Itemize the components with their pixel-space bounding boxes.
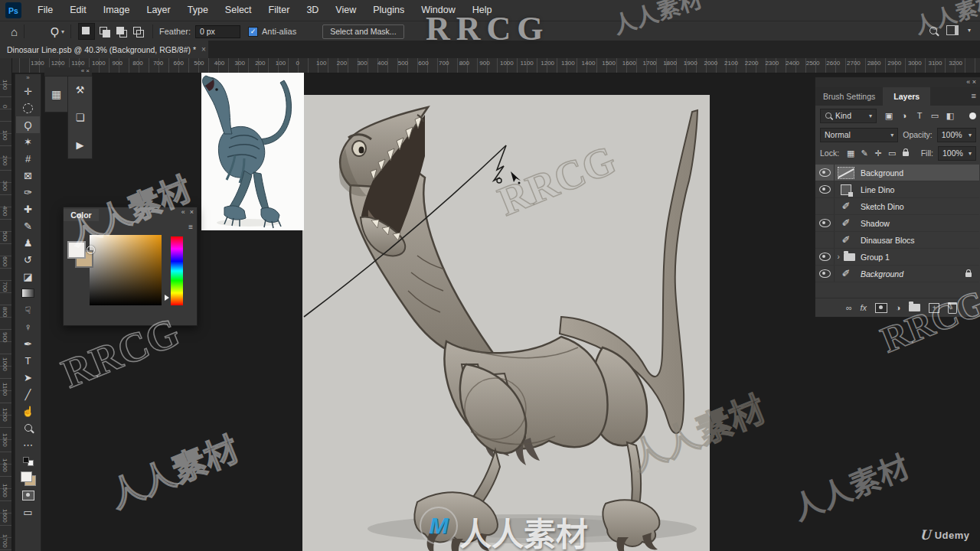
new-layer-icon[interactable]: + — [929, 303, 939, 313]
anti-alias-checkbox[interactable]: ✓ — [248, 27, 258, 37]
menu-view[interactable]: View — [327, 0, 364, 21]
menu-select[interactable]: Select — [217, 0, 260, 21]
edit-toolbar[interactable]: ⋯ — [16, 436, 40, 453]
filter-pixel-layers-icon[interactable]: ▣ — [881, 111, 897, 121]
zoom-tool[interactable] — [16, 419, 40, 436]
screen-mode[interactable]: ▭ — [16, 504, 40, 520]
lasso-tool[interactable]: Ϙ — [16, 116, 40, 133]
feather-input[interactable]: 0 px — [195, 25, 240, 38]
blend-mode-dropdown[interactable]: Normal ▾ — [820, 128, 898, 142]
path-selection-tool[interactable]: ➤ — [16, 369, 40, 386]
eraser-tool[interactable]: ◪ — [16, 268, 40, 285]
layer-row-sketch-dino[interactable]: ✐Sketch Dino — [815, 198, 979, 215]
layer-row-background[interactable]: ✐Background — [815, 266, 979, 282]
visibility-toggle[interactable] — [815, 266, 835, 282]
ruler-horizontal[interactable]: 1300120011001000900800700600500400300200… — [0, 58, 980, 73]
type-tool[interactable]: T — [16, 352, 40, 369]
crop-tool[interactable]: # — [16, 150, 40, 167]
lock-pixels-icon[interactable]: ✎ — [858, 148, 871, 158]
layer-thumbnail[interactable]: ✐ — [835, 201, 858, 212]
default-swatches[interactable] — [16, 453, 40, 470]
collapse-icon[interactable]: « — [181, 208, 185, 216]
magic-wand-tool[interactable]: ✶ — [16, 133, 40, 150]
swatches-panel-icon[interactable]: ▦ — [44, 76, 68, 112]
lasso-tool-preset[interactable]: Ϙ ▾ — [51, 25, 64, 37]
eyedropper-tool[interactable]: ✑ — [16, 184, 40, 201]
filter-smart-objects-icon[interactable]: ◧ — [942, 111, 958, 121]
visibility-toggle[interactable] — [815, 215, 835, 231]
link-layers-icon[interactable]: ∞ — [846, 303, 852, 312]
tool-presets-panel-icon[interactable]: ⚒ — [76, 84, 85, 96]
home-icon[interactable]: ⌂ — [11, 25, 18, 38]
color-picker-ring[interactable] — [87, 246, 95, 254]
layer-row-dinausar-blocs[interactable]: ✐Dinausar Blocs — [815, 232, 979, 249]
history-brush-tool[interactable]: ↺ — [16, 251, 40, 268]
layer-thumbnail[interactable]: ✐ — [835, 217, 858, 229]
quick-mask-mode[interactable] — [16, 487, 40, 504]
new-group-icon[interactable] — [909, 304, 920, 311]
menu-type[interactable]: Type — [179, 0, 217, 21]
history-panel-icon[interactable]: ❏ — [76, 112, 85, 123]
marquee-tool[interactable] — [16, 99, 40, 116]
hand-tool[interactable]: ☝ — [16, 403, 40, 419]
fill-dropdown[interactable]: 100% ▾ — [938, 146, 976, 161]
layer-row-group-1[interactable]: ›Group 1 — [815, 249, 979, 266]
dodge-tool[interactable]: ♀ — [16, 318, 40, 335]
brush-tool[interactable]: ✎ — [16, 217, 40, 234]
panel-menu-icon[interactable]: ≡ — [188, 223, 193, 231]
clone-stamp-tool[interactable]: ♟ — [16, 234, 40, 251]
menu-image[interactable]: Image — [95, 0, 139, 21]
move-tool[interactable]: ✛ — [16, 83, 40, 99]
menu-file[interactable]: File — [29, 0, 61, 21]
lock-transparency-icon[interactable]: ▦ — [844, 148, 858, 158]
smudge-tool[interactable]: ☟ — [16, 302, 40, 318]
actions-panel-icon[interactable]: ▶ — [77, 139, 84, 151]
saturation-brightness-field[interactable] — [90, 235, 162, 305]
layer-row-background[interactable]: Background — [815, 165, 979, 181]
line-tool[interactable]: ╱ — [16, 386, 40, 403]
visibility-toggle[interactable] — [815, 249, 835, 265]
menu-layer[interactable]: Layer — [138, 0, 178, 21]
workspace-icon[interactable] — [946, 25, 959, 35]
kind-filter-dropdown[interactable]: Kind ▾ — [820, 109, 877, 123]
panel-controls[interactable]: « × — [181, 208, 194, 216]
tab-layers[interactable]: Layers — [883, 87, 930, 106]
healing-brush-tool[interactable]: ✚ — [16, 201, 40, 217]
layer-row-line-dino[interactable]: Line Dino — [815, 181, 979, 198]
opacity-dropdown[interactable]: 100% ▾ — [937, 128, 976, 142]
menu-3d[interactable]: 3D — [298, 0, 327, 21]
visibility-toggle[interactable] — [815, 165, 835, 181]
menu-plugins[interactable]: Plugins — [364, 0, 413, 21]
canvas[interactable] — [302, 95, 710, 551]
document-tab[interactable]: Dinosaur Line.psb @ 40.3% (Background, R… — [0, 41, 208, 58]
visibility-toggle[interactable] — [815, 232, 835, 248]
frame-tool[interactable]: ⊠ — [16, 167, 40, 184]
close-icon[interactable]: × — [190, 208, 194, 216]
foreground-color-swatch[interactable] — [67, 241, 86, 259]
layer-row-shadow[interactable]: ✐Shadow — [815, 215, 979, 232]
hue-slider[interactable] — [171, 236, 183, 305]
layer-thumbnail[interactable]: ✐ — [835, 268, 858, 279]
subtract-selection-button[interactable] — [113, 24, 129, 39]
select-and-mask-button[interactable]: Select and Mask... — [322, 24, 403, 39]
menu-filter[interactable]: Filter — [260, 0, 299, 21]
search-icon[interactable] — [929, 27, 937, 34]
ruler-vertical[interactable]: 1000100200300400500600700800900100011001… — [0, 73, 12, 551]
layer-thumbnail[interactable] — [835, 167, 858, 179]
hue-slider-arrow[interactable] — [165, 295, 169, 301]
panel-menu-icon[interactable]: ≡ — [972, 91, 976, 100]
toolbar-collapse[interactable]: » — [15, 74, 41, 83]
menu-help[interactable]: Help — [464, 0, 501, 21]
filter-toggle-icon[interactable] — [969, 112, 976, 119]
pen-tool[interactable]: ✒ — [16, 335, 40, 352]
photoshop-logo[interactable]: Ps — [5, 2, 21, 18]
lock-artboard-icon[interactable]: ▭ — [885, 148, 899, 158]
adjustment-layer-icon[interactable]: ◑ — [896, 303, 900, 312]
menu-window[interactable]: Window — [413, 0, 463, 21]
expand-arrow-icon[interactable]: › — [838, 253, 844, 261]
intersect-selection-button[interactable] — [130, 24, 145, 39]
tab-brush-settings[interactable]: Brush Settings — [815, 87, 883, 106]
lock-position-icon[interactable]: ✛ — [871, 148, 885, 158]
delete-layer-icon[interactable] — [948, 302, 957, 314]
menu-edit[interactable]: Edit — [61, 0, 95, 21]
